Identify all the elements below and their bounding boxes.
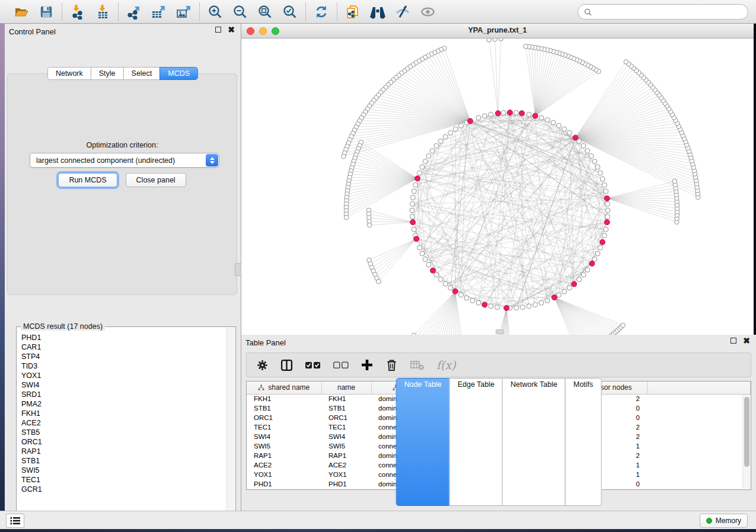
save-session-button[interactable] <box>37 3 55 21</box>
table-cell[interactable]: FKH1 <box>321 394 371 403</box>
tab-motifs[interactable]: Motifs <box>565 378 601 506</box>
run-mcds-button[interactable]: Run MCDS <box>58 173 117 187</box>
unselect-all-button[interactable] <box>333 360 349 370</box>
show-columns-button[interactable] <box>280 359 293 371</box>
mcds-result-item[interactable]: CAR1 <box>17 342 227 352</box>
column-header-name[interactable]: name <box>321 382 371 394</box>
save-floppy-icon <box>39 5 53 19</box>
table-cell[interactable]: RAP1 <box>247 451 321 460</box>
zoom-out-button[interactable] <box>231 3 249 21</box>
table-cell[interactable]: SWI5 <box>247 441 321 451</box>
mcds-hub-node <box>467 118 473 124</box>
table-cell[interactable]: TEC1 <box>247 422 321 432</box>
table-cell[interactable]: ACE2 <box>321 460 371 470</box>
table-scrollbar-thumb[interactable] <box>744 397 749 467</box>
mcds-result-item[interactable]: TEC1 <box>17 475 227 485</box>
mcds-result-item[interactable]: STB1 <box>17 456 227 466</box>
table-cell[interactable]: SWI5 <box>321 441 371 451</box>
tab-network-table[interactable]: Network Table <box>502 378 566 506</box>
table-cell[interactable]: YOX1 <box>247 470 321 479</box>
select-all-button[interactable] <box>305 360 321 370</box>
mcds-hub-node <box>604 196 610 201</box>
table-cell[interactable]: RAP1 <box>321 451 371 460</box>
show-hidden-button[interactable] <box>419 3 436 21</box>
table-cell[interactable]: SWI4 <box>247 432 321 441</box>
table-cell[interactable]: FKH1 <box>247 394 321 403</box>
open-session-button[interactable] <box>12 3 30 21</box>
float-panel-icon[interactable] <box>731 338 736 344</box>
delete-row-button[interactable] <box>385 358 398 371</box>
refresh-layout-button[interactable] <box>312 3 330 21</box>
table-scrollbar[interactable] <box>742 395 750 489</box>
mcds-result-item[interactable]: TID3 <box>17 361 227 371</box>
mcds-result-item[interactable]: STP4 <box>17 352 227 361</box>
table-cell[interactable]: TEC1 <box>321 422 371 432</box>
mcds-list-scrollbar[interactable] <box>227 328 235 532</box>
mcds-result-list[interactable]: PHD1CAR1STP4TID3YOX1SWI4SRD1PMA2FKH1ACE2… <box>17 333 227 532</box>
import-table-button[interactable] <box>94 3 111 21</box>
table-settings-button[interactable] <box>256 359 269 371</box>
tab-edge-table[interactable]: Edge Table <box>449 378 503 506</box>
table-cell[interactable]: PHD1 <box>247 479 321 489</box>
table-cell[interactable]: PHD1 <box>321 479 371 489</box>
zoom-in-button[interactable] <box>206 3 224 21</box>
memory-button[interactable]: Memory <box>700 514 748 528</box>
close-panel-icon[interactable]: ✖ <box>743 338 750 344</box>
mcds-result-item[interactable]: GCR1 <box>17 485 227 494</box>
import-network-button[interactable] <box>69 3 87 21</box>
column-header-shared-name[interactable]: shared name <box>247 382 321 394</box>
tab-network[interactable]: Network <box>47 67 91 80</box>
splitter-grip[interactable] <box>235 263 241 276</box>
mcds-hub-node <box>504 305 509 310</box>
close-panel-button[interactable]: Close panel <box>126 173 186 187</box>
control-panel-header: Control Panel ✖ <box>5 24 241 39</box>
memory-label: Memory <box>716 517 741 525</box>
zoom-fit-button[interactable] <box>256 3 274 21</box>
import-table-icon <box>95 4 110 20</box>
network-overview-button[interactable] <box>369 3 387 21</box>
network-graph[interactable] <box>241 39 754 335</box>
mcds-result-item[interactable]: SWI5 <box>17 466 227 475</box>
mcds-result-item[interactable]: RAP1 <box>17 447 227 456</box>
mcds-result-item[interactable]: YOX1 <box>17 371 227 380</box>
mcds-result-item[interactable]: PHD1 <box>17 333 227 342</box>
float-panel-icon[interactable] <box>215 27 221 33</box>
table-cell[interactable]: STB1 <box>321 403 371 413</box>
mcds-result-item[interactable]: SRD1 <box>17 390 227 399</box>
add-row-button[interactable] <box>361 358 374 371</box>
export-table-button[interactable] <box>150 3 168 21</box>
tab-style[interactable]: Style <box>91 67 124 80</box>
mcds-result-item[interactable]: ACE2 <box>17 418 227 428</box>
table-cell[interactable]: ACE2 <box>247 460 321 470</box>
delete-table-button[interactable] <box>410 359 425 371</box>
search-input[interactable] <box>595 8 742 16</box>
table-cell[interactable]: ORC1 <box>321 413 371 422</box>
mcds-hub-node <box>452 289 458 294</box>
table-cell[interactable]: STB1 <box>247 403 321 413</box>
mcds-result-item[interactable]: PMA2 <box>17 399 227 409</box>
splitter-grip-horizontal[interactable] <box>496 329 504 334</box>
mcds-hub-node <box>573 135 578 140</box>
tab-mcds[interactable]: MCDS <box>160 67 198 80</box>
mcds-result-item[interactable]: ORC1 <box>17 437 227 447</box>
criterion-dropdown[interactable]: largest connected component (undirected) <box>30 153 219 168</box>
hide-selected-button[interactable] <box>394 3 412 21</box>
clone-network-button[interactable] <box>344 3 362 21</box>
close-panel-icon[interactable]: ✖ <box>228 27 235 33</box>
table-cell[interactable]: SWI4 <box>321 432 371 441</box>
panel-list-button[interactable] <box>6 514 24 528</box>
table-cell[interactable]: YOX1 <box>321 470 371 479</box>
function-builder-button[interactable]: f(x) <box>436 358 456 371</box>
search-field[interactable] <box>578 4 748 20</box>
export-network-button[interactable] <box>125 3 143 21</box>
mcds-result-item[interactable]: FKH1 <box>17 409 227 418</box>
control-panel: Control Panel ✖ NetworkStyleSelectMCDS O… <box>5 24 241 511</box>
tab-node-table[interactable]: Node Table <box>396 378 450 506</box>
mcds-result-item[interactable]: SWI4 <box>17 380 227 390</box>
table-cell[interactable]: ORC1 <box>247 413 321 422</box>
export-image-button[interactable] <box>175 3 193 21</box>
mcds-result-item[interactable]: STB5 <box>17 428 227 437</box>
tab-select[interactable]: Select <box>123 67 161 80</box>
network-titlebar[interactable]: YPA_prune.txt_1 <box>241 24 754 39</box>
zoom-selected-button[interactable] <box>281 3 299 21</box>
